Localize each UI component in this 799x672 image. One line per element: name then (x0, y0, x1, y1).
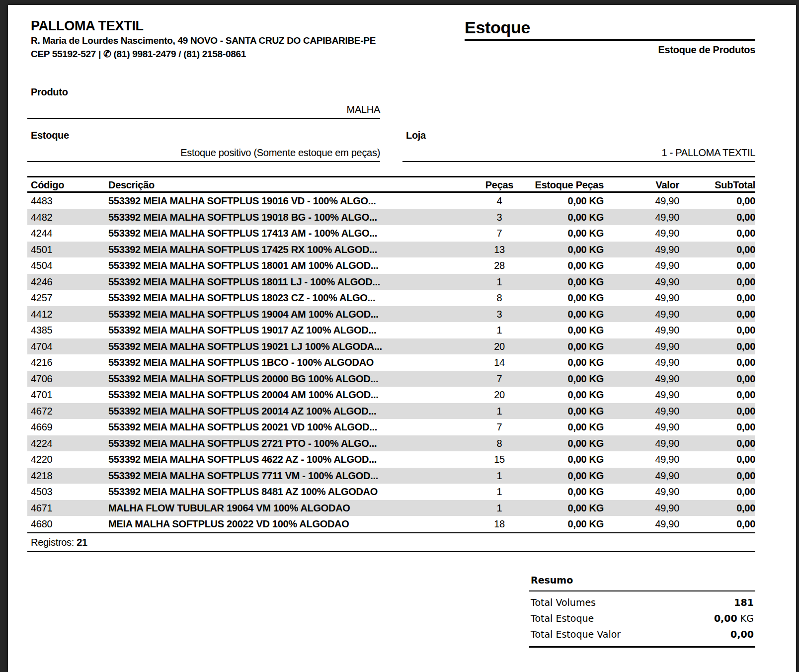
table-row: 4218 553392 MEIA MALHA SOFTPLUS 7711 VM … (27, 468, 755, 484)
summary-row-value: 0,00 KG (714, 610, 754, 626)
field-loja-value: 1 - PALLOMA TEXTIL (402, 142, 755, 162)
cell-valor: 49,90 (604, 484, 679, 500)
cell-codigo: 4680 (27, 516, 108, 532)
cell-valor: 49,90 (604, 419, 679, 435)
cell-valor: 49,90 (604, 387, 679, 403)
cell-descricao: 553392 MEIA MALHA SOFTPLUS 1BCO - 100% A… (108, 354, 470, 371)
cell-estoque-pecas: 0,00 KG (529, 451, 604, 468)
registros-label: Registros: (31, 537, 74, 548)
cell-codigo: 4246 (27, 274, 108, 290)
separator: | (98, 49, 101, 59)
table-footer: Registros: 21 (27, 532, 755, 552)
cell-descricao: 553392 MEIA MALHA SOFTPLUS 20021 VD 100%… (108, 419, 470, 435)
cell-descricao: 553392 MEIA MALHA SOFTPLUS 19017 AZ 100%… (108, 322, 470, 338)
cell-valor: 49,90 (604, 290, 679, 306)
cell-pecas: 7 (470, 419, 529, 435)
table-row: 4220 553392 MEIA MALHA SOFTPLUS 4622 AZ … (27, 451, 755, 468)
cell-estoque-pecas: 0,00 KG (529, 484, 604, 500)
cell-estoque-pecas: 0,00 KG (529, 322, 604, 338)
cell-descricao: MALHA FLOW TUBULAR 19064 VM 100% ALGODAO (108, 500, 470, 516)
cell-descricao: 553392 MEIA MALHA SOFTPLUS 8481 AZ 100% … (108, 484, 470, 500)
cell-descricao: 553392 MEIA MALHA SOFTPLUS 19004 AM 100%… (108, 306, 470, 323)
cell-subtotal: 0,00 (679, 225, 755, 242)
cell-pecas: 15 (470, 451, 529, 468)
table-row: 4482 553392 MEIA MALHA SOFTPLUS 19018 BG… (27, 209, 755, 226)
cell-descricao: 553392 MEIA MALHA SOFTPLUS 7711 VM - 100… (108, 468, 470, 484)
cell-valor: 49,90 (604, 435, 679, 452)
cell-valor: 49,90 (604, 193, 679, 209)
summary-row: Total Estoque Valor 0,00 (529, 626, 755, 642)
report-header: PALLOMA TEXTIL R. Maria de Lourdes Nasci… (27, 18, 755, 61)
cell-pecas: 3 (470, 306, 529, 323)
cell-estoque-pecas: 0,00 KG (529, 371, 604, 387)
cell-valor: 49,90 (604, 403, 679, 420)
cell-codigo: 4501 (27, 242, 108, 258)
cell-descricao: 553392 MEIA MALHA SOFTPLUS 18023 CZ - 10… (108, 290, 470, 306)
table-row: 4701 553392 MEIA MALHA SOFTPLUS 20004 AM… (27, 387, 755, 403)
table-row: 4680 MEIA MALHA SOFTPLUS 20022 VD 100% A… (27, 516, 755, 532)
cell-estoque-pecas: 0,00 KG (529, 435, 604, 452)
field-estoque: Estoque Estoque positivo (Somente estoqu… (27, 129, 380, 162)
cell-subtotal: 0,00 (679, 387, 755, 403)
cell-pecas: 1 (470, 484, 529, 500)
cell-estoque-pecas: 0,00 KG (529, 193, 604, 209)
field-produto-label: Produto (27, 85, 380, 98)
cell-pecas: 8 (470, 290, 529, 306)
cell-pecas: 4 (470, 193, 529, 209)
table-row: 4216 553392 MEIA MALHA SOFTPLUS 1BCO - 1… (27, 354, 755, 371)
summary-row: Total Estoque 0,00 KG (529, 610, 755, 626)
cell-subtotal: 0,00 (679, 306, 755, 323)
cell-estoque-pecas: 0,00 KG (529, 274, 604, 290)
table-row: 4672 553392 MEIA MALHA SOFTPLUS 20014 AZ… (27, 403, 755, 420)
field-loja-label: Loja (402, 129, 755, 142)
table-row: 4704 553392 MEIA MALHA SOFTPLUS 19021 LJ… (27, 338, 755, 355)
table-body: 4483 553392 MEIA MALHA SOFTPLUS 19016 VD… (27, 193, 755, 532)
cell-subtotal: 0,00 (679, 322, 755, 338)
field-loja: Loja 1 - PALLOMA TEXTIL (402, 129, 755, 162)
cell-codigo: 4483 (27, 193, 108, 209)
cell-estoque-pecas: 0,00 KG (529, 403, 604, 420)
cell-descricao: 553392 MEIA MALHA SOFTPLUS 17413 AM - 10… (108, 225, 470, 242)
table-row: 4483 553392 MEIA MALHA SOFTPLUS 19016 VD… (27, 193, 755, 209)
summary-row-label: Total Estoque Valor (531, 626, 621, 642)
cell-codigo: 4257 (27, 290, 108, 306)
cell-estoque-pecas: 0,00 KG (529, 225, 604, 242)
cell-pecas: 14 (470, 354, 529, 371)
cell-valor: 49,90 (604, 274, 679, 290)
cell-valor: 49,90 (604, 209, 679, 226)
cell-valor: 49,90 (604, 225, 679, 242)
cell-codigo: 4218 (27, 468, 108, 484)
cell-valor: 49,90 (604, 338, 679, 355)
report-subtitle: Estoque de Produtos (465, 44, 755, 56)
cell-valor: 49,90 (604, 371, 679, 387)
cell-codigo: 4216 (27, 354, 108, 371)
cell-estoque-pecas: 0,00 KG (529, 242, 604, 258)
cell-estoque-pecas: 0,00 KG (529, 500, 604, 516)
cell-valor: 49,90 (604, 306, 679, 323)
cell-pecas: 18 (470, 516, 529, 532)
table-row: 4669 553392 MEIA MALHA SOFTPLUS 20021 VD… (27, 419, 755, 435)
company-cep: CEP 55192-527 (31, 49, 96, 59)
summary-row-label: Total Volumes (531, 594, 596, 610)
cell-descricao: 553392 MEIA MALHA SOFTPLUS 17425 RX 100%… (108, 242, 470, 258)
field-estoque-value: Estoque positivo (Somente estoque em peç… (27, 142, 380, 162)
cell-pecas: 1 (470, 468, 529, 484)
table-row: 4504 553392 MEIA MALHA SOFTPLUS 18001 AM… (27, 257, 755, 274)
cell-descricao: 553392 MEIA MALHA SOFTPLUS 2721 PTO - 10… (108, 435, 470, 452)
cell-estoque-pecas: 0,00 KG (529, 387, 604, 403)
summary-row-label: Total Estoque (531, 610, 594, 626)
field-estoque-label: Estoque (27, 129, 380, 142)
cell-descricao: 553392 MEIA MALHA SOFTPLUS 20004 AM 100%… (108, 387, 470, 403)
cell-codigo: 4244 (27, 225, 108, 242)
phone-icon: ✆ (103, 49, 111, 59)
cell-pecas: 7 (470, 371, 529, 387)
cell-valor: 49,90 (604, 468, 679, 484)
cell-codigo: 4669 (27, 419, 108, 435)
cell-codigo: 4482 (27, 209, 108, 226)
table-header-row: Código Descrição Peças Estoque Peças Val… (27, 177, 755, 193)
cell-valor: 49,90 (604, 242, 679, 258)
cell-subtotal: 0,00 (679, 354, 755, 371)
company-phones: (81) 9981-2479 / (81) 2158-0861 (114, 49, 246, 59)
cell-estoque-pecas: 0,00 KG (529, 257, 604, 274)
cell-pecas: 13 (470, 242, 529, 258)
